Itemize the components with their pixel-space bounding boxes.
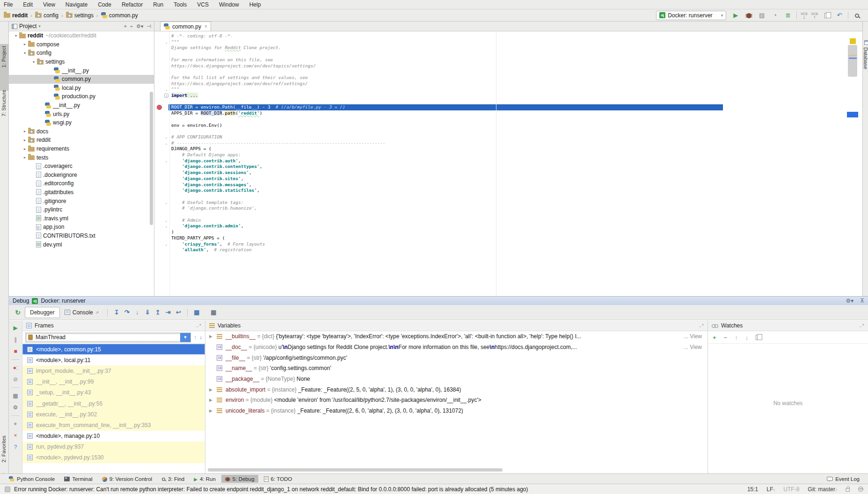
encoding-widget[interactable]: UTF-8 [783, 486, 799, 493]
menu-item-help[interactable]: Help [249, 1, 261, 8]
tab-console[interactable]: Console↗ [60, 307, 104, 318]
chevron-collapsed-icon[interactable]: ▸ [22, 42, 28, 46]
status-message[interactable]: Error running Docker: runserver: Can't r… [14, 486, 528, 493]
chevron-expanded-icon[interactable]: ▾ [13, 34, 19, 38]
breadcrumb-item[interactable]: common.py [101, 12, 138, 19]
collapse-all-icon[interactable]: ÷ [130, 23, 133, 29]
fold-marker[interactable]: ⌄ [164, 40, 168, 44]
menu-item-run[interactable]: Run [153, 1, 163, 8]
expand-icon[interactable]: ▶ [209, 398, 217, 402]
chevron-collapsed-icon[interactable]: ▸ [22, 129, 28, 133]
copy-button[interactable] [756, 335, 760, 340]
variable-row-package[interactable]: __package__ = {NoneType} None [205, 374, 708, 385]
variable-row-doc[interactable]: __doc__ = {unicode} u'\nDjango settings … [205, 342, 708, 353]
menu-item-window[interactable]: Window [219, 1, 239, 8]
fold-marker[interactable]: ⌄ [164, 141, 168, 145]
settings-icon[interactable]: ⚙▾ [846, 298, 853, 304]
variable-row-name[interactable]: __name__ = {str} 'config.settings.common… [205, 363, 708, 374]
breadcrumb-item[interactable]: reddit [4, 12, 28, 19]
drop-frame-button[interactable]: ↩ [173, 309, 183, 316]
tree-item-common-py[interactable]: common.py [9, 75, 154, 84]
fold-marker[interactable]: ⌄ [164, 242, 168, 247]
fold-marker[interactable]: ⌄ [164, 135, 168, 139]
toolwindow-button-3--find[interactable]: 3: Find [158, 475, 188, 483]
breakpoint-icon[interactable] [157, 105, 162, 110]
tree-item-reddit[interactable]: ▾ reddit ~/cookiecutter/reddit [9, 31, 154, 40]
frame-row[interactable]: <module>, common.py:15 [22, 344, 205, 355]
editor-code-area[interactable]: # -*- coding: utf-8 -*-⌄"""Django settin… [154, 31, 862, 296]
tree-item--coveragerc[interactable]: .coveragerc [9, 162, 154, 171]
frame-row[interactable]: __getattr__, __init__.py:55 [22, 398, 205, 409]
line-separator-widget[interactable]: LF↕ [766, 486, 775, 493]
search-everywhere-button[interactable] [852, 12, 861, 19]
restore-layout-button[interactable]: ▦ [11, 392, 20, 400]
toolwindow-button-4--run[interactable]: ▶4: Run [190, 475, 219, 483]
chevron-expanded-icon[interactable]: ▾ [30, 60, 37, 64]
hide-panel-icon[interactable]: ⊣ [146, 23, 151, 29]
toolwindow-button-6--todo[interactable]: 6: TODO [260, 475, 296, 483]
menu-item-tools[interactable]: Tools [174, 1, 187, 8]
chevron-collapsed-icon[interactable]: ▸ [22, 147, 28, 151]
tree-item-CONTRIBUTORS-txt[interactable]: CONTRIBUTORS.txt [9, 232, 154, 240]
rollback-button[interactable]: ↶ [835, 12, 844, 19]
tree-item-compose[interactable]: ▸ compose [9, 40, 154, 49]
fold-marker[interactable]: ⌄ [164, 159, 168, 163]
tree-item-tests[interactable]: ▸ tests [9, 153, 154, 162]
menu-item-file[interactable]: File [4, 1, 13, 8]
toolwindow-button-5--debug[interactable]: 5: Debug [221, 475, 258, 482]
stripe-tab-database[interactable]: Database [863, 47, 868, 69]
tree-item---init---py[interactable]: __init__.py [9, 101, 154, 110]
step-out-button[interactable]: ↥ [153, 309, 163, 316]
recent-changes-button[interactable] [822, 12, 831, 19]
tree-item--editorconfig[interactable]: .editorconfig [9, 179, 154, 188]
hide-panel-icon[interactable]: →* [195, 323, 201, 328]
view-breakpoints-button[interactable]: ●: [11, 364, 20, 371]
hide-panel-icon[interactable]: →* [858, 323, 864, 328]
evaluate-expression-button[interactable]: ▦ [191, 309, 202, 316]
tree-item-dev-yml[interactable]: dev.yml [9, 240, 154, 249]
resume-button[interactable]: ▶ [11, 324, 20, 332]
stripe-tab-project[interactable]: 1: Project [1, 46, 7, 67]
frame-row[interactable]: __init__, __init__.py:99 [22, 377, 205, 387]
variable-row-builtins[interactable]: ▶ __builtins__ = {dict} {'bytearray': <t… [205, 331, 708, 342]
expand-icon[interactable]: ▶ [209, 334, 217, 339]
hide-panel-icon[interactable]: →* [697, 323, 704, 328]
toolwindow-button-9--version-control[interactable]: 9: Version Control [98, 475, 156, 482]
error-stripe-mark[interactable] [849, 58, 857, 59]
stripe-tab-favorites[interactable]: 2: Favorites [1, 436, 7, 462]
toolwindow-button-terminal[interactable]: Terminal [60, 475, 96, 483]
caret-position-widget[interactable]: 15:1 [747, 486, 758, 493]
chevron-down-icon[interactable]: ▾ [38, 24, 41, 29]
fold-marker[interactable]: ⌄ [164, 201, 168, 205]
show-execution-point-button[interactable]: ↧ [111, 309, 122, 316]
frame-row[interactable]: run, pydevd.py:937 [22, 442, 205, 452]
mute-breakpoints-button[interactable]: ⊘ [11, 376, 20, 383]
step-over-button[interactable]: ↷ [122, 309, 132, 316]
tree-item-settings[interactable]: ▾ settings [9, 58, 154, 66]
view-link[interactable]: ... View [684, 333, 702, 340]
tree-item--pylintrc[interactable]: .pylintrc [9, 205, 154, 214]
frame-row[interactable]: _setup, __init__.py:43 [22, 387, 205, 398]
frame-row[interactable]: <module>, local.py:11 [22, 355, 205, 365]
frame-row[interactable]: execute, __init__.py:302 [22, 409, 205, 420]
move-up-button[interactable]: ↑ [735, 334, 738, 341]
tree-item-urls-py[interactable]: urls.py [9, 109, 154, 118]
run-to-cursor-button[interactable]: ⇥ [163, 309, 173, 316]
menu-item-view[interactable]: View [43, 1, 55, 8]
menu-item-refactor[interactable]: Refactor [122, 1, 143, 8]
vcs-commit-button[interactable]: VCS↑ [811, 12, 818, 19]
error-stripe-current-line-mark[interactable] [847, 112, 858, 117]
menu-item-vcs[interactable]: VCS [197, 1, 209, 8]
chevron-expanded-icon[interactable]: ▾ [22, 51, 28, 55]
frame-row[interactable]: <module>, manage.py:10 [22, 431, 205, 442]
fold-marker[interactable]: ⌄ [164, 218, 168, 223]
thread-selector[interactable]: MainThread ▼ [25, 333, 191, 342]
hide-icon[interactable]: ⊼ [860, 298, 864, 304]
menu-item-code[interactable]: Code [98, 1, 111, 8]
event-log-button[interactable]: Event Log [823, 475, 863, 483]
layout-settings-button[interactable]: ▦ [208, 309, 219, 316]
project-scrollbar[interactable] [150, 92, 153, 225]
help-button[interactable]: ? [11, 443, 20, 451]
variable-row-absoluteimport[interactable]: ▶ absolute_import = {instance} _Feature:… [205, 384, 708, 395]
run-button[interactable]: ▶ [731, 12, 740, 19]
